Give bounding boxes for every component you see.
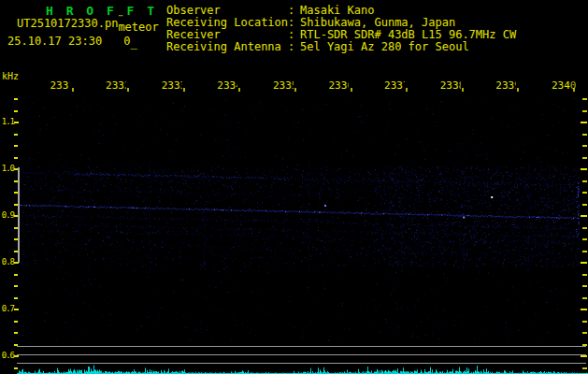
freq-tick-label: 1.1: [0, 117, 14, 126]
freq-tick-left: [14, 98, 18, 100]
freq-tick-right: [581, 355, 587, 357]
info-label: Receiving Antenna: [166, 41, 288, 53]
freq-tick-label: 0.6: [0, 351, 14, 360]
level-gridline-2: [17, 354, 586, 355]
info-separator: :: [288, 41, 300, 53]
freq-tick-right: [582, 251, 587, 252]
freq-tick-right: [582, 204, 587, 206]
station-info: Observer:Masaki Kano Receiving Location:…: [166, 5, 516, 53]
freq-tick-label: 1.0: [0, 164, 14, 173]
freq-tick-right: [582, 274, 587, 276]
freq-tick-right: [582, 145, 587, 147]
freq-tick-right: [581, 215, 587, 217]
hrofft-screen: H R O F F T UT2510172330.pn¨meteor 25.10…: [0, 0, 588, 374]
freq-tick-left: [14, 321, 18, 323]
freq-tick-right: [582, 321, 587, 323]
time-tick-label: 2339: [495, 80, 516, 92]
freq-tick-right: [582, 192, 587, 194]
freq-tick-left: [14, 297, 18, 299]
freq-unit-label: kHz: [2, 71, 19, 81]
datetime: 25.10.17 23:30: [7, 35, 102, 48]
freq-tick-right: [582, 297, 587, 299]
level-gridline-3: [17, 363, 586, 364]
freq-tick-left: [14, 332, 18, 334]
time-tick-label: 2338: [440, 80, 461, 92]
filename-line: UT2510172330.pn¨meteor: [17, 17, 159, 30]
freq-tick-right: [582, 134, 587, 136]
time-tick-label: 2335: [273, 80, 294, 92]
freq-tick-label: 0.9: [0, 210, 14, 220]
spectrogram-canvas: [19, 97, 580, 342]
band-marker-line: [18, 167, 20, 263]
time-tick-mark: [351, 88, 352, 92]
freq-tick-right: [582, 285, 587, 287]
time-tick-label: 2336: [329, 80, 350, 92]
time-tick-label: 2332: [106, 80, 126, 92]
freq-tick-right: [581, 122, 587, 123]
freq-tick-left: [14, 122, 19, 123]
info-row-antenna: Receiving Antenna:5el Yagi Az 280 for Se…: [166, 41, 516, 53]
level-gridline-1: [17, 346, 586, 347]
freq-tick-left: [14, 157, 18, 159]
observation-label: ¨meteor: [118, 21, 158, 34]
freq-tick-right: [582, 332, 587, 334]
freq-tick-right: [581, 262, 587, 264]
freq-tick-right: [582, 98, 587, 100]
freq-tick-right: [582, 367, 587, 369]
time-tick-mark: [127, 88, 129, 92]
freq-tick-label: 0.8: [0, 257, 14, 266]
app-title: H R O F F T: [46, 4, 157, 18]
freq-tick-left: [14, 145, 18, 147]
freq-tick-label: 0.7: [0, 304, 14, 313]
freq-tick-left: [14, 134, 18, 136]
time-tick-mark: [294, 88, 296, 92]
freq-tick-left: [14, 285, 18, 287]
time-tick-mark: [238, 88, 240, 92]
time-tick-mark: [183, 88, 185, 92]
time-tick-label: 2334: [217, 80, 237, 92]
time-tick-mark: [406, 88, 408, 92]
time-tick-mark: [517, 88, 519, 92]
time-tick-label: 2333: [162, 80, 182, 92]
datetime-line: 25.10.17 23:300_: [7, 35, 137, 48]
freq-tick-right: [582, 238, 587, 240]
freq-tick-left: [14, 110, 18, 112]
freq-tick-right: [582, 180, 587, 182]
freq-tick-right: [582, 110, 587, 112]
freq-tick-left: [14, 274, 18, 276]
time-tick-label: 2337: [384, 80, 405, 92]
level-plot-canvas: [17, 364, 588, 374]
freq-tick-right: [581, 309, 587, 310]
filename-overwrite-marks: ¨: [117, 13, 123, 26]
freq-tick-left: [14, 355, 19, 357]
freq-tick-right: [582, 227, 587, 229]
time-tick-mark: [573, 88, 575, 92]
freq-tick-right: [582, 157, 587, 159]
info-value: RTL-SDR SDR# 43dB L15 96.7MHz CW: [300, 28, 516, 41]
time-tick-mark: [462, 88, 464, 92]
time-tick-mark: [72, 88, 74, 92]
info-value: Masaki Kano: [300, 4, 374, 17]
freq-tick-left: [14, 367, 18, 369]
time-tick-label: 2331: [50, 80, 71, 92]
cursor: _: [130, 36, 136, 50]
info-value: 5el Yagi Az 280 for Seoul: [300, 40, 469, 53]
info-value: Shibukawa, Gunma, Japan: [300, 16, 455, 29]
filename: UT2510172330.pn: [17, 17, 118, 30]
freq-tick-left: [14, 309, 19, 310]
freq-tick-right: [581, 168, 587, 170]
